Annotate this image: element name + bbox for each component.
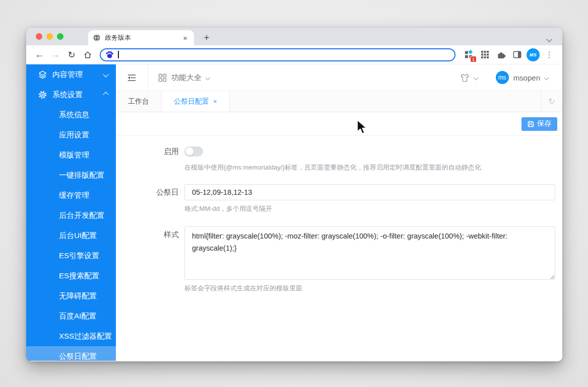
extension-badge: 1 — [470, 56, 477, 62]
form-row-memorial-day: 公祭日 格式:MM-dd，多个用逗号隔开 — [116, 184, 562, 213]
apps-grid-button[interactable] — [478, 48, 491, 61]
browser-tab-title: 政务版本 — [105, 33, 181, 42]
enable-toggle[interactable] — [184, 146, 203, 157]
sidebar: 内容管理 系统设置 系统信息 应用设置 模版管理 一键排版配置 — [26, 64, 116, 361]
sidebar-item-cache-manage[interactable]: 缓存管理 — [26, 185, 116, 205]
close-tab-icon[interactable]: × — [181, 34, 189, 42]
home-icon — [83, 50, 92, 59]
sidebar-group-content[interactable]: 内容管理 — [26, 64, 116, 85]
memorial-day-input[interactable] — [184, 184, 555, 200]
browser-menu-button[interactable]: ⋮ — [543, 48, 556, 61]
sidebar-item-es-search[interactable]: ES搜索配置 — [26, 266, 116, 286]
sidebar-item-one-click-layout[interactable]: 一键排版配置 — [26, 165, 116, 185]
admin-app: 内容管理 系统设置 系统信息 应用设置 模版管理 一键排版配置 — [26, 64, 562, 361]
workspace-tabbar: 工作台 公祭日配置 × ↻ — [116, 91, 562, 112]
text-cursor — [118, 51, 119, 58]
sidebar-item-accessibility[interactable]: 无障碍配置 — [26, 286, 116, 306]
user-avatar: ms — [496, 71, 509, 84]
toggle-knob — [185, 147, 193, 156]
sidebar-group-label: 系统设置 — [52, 90, 104, 100]
reload-button[interactable]: ↻ — [65, 48, 78, 61]
sidebar-item-es-engine[interactable]: ES引擎设置 — [26, 246, 116, 266]
sidebar-submenu: 系统信息 应用设置 模版管理 一键排版配置 缓存管理 后台开发配置 后台UI配置… — [26, 105, 116, 361]
sidebar-item-app-settings[interactable]: 应用设置 — [26, 125, 116, 145]
chevron-down-icon — [206, 75, 211, 80]
sidebar-item-baidu-ai[interactable]: 百度AI配置 — [26, 306, 116, 326]
apps-icon — [158, 73, 167, 82]
style-textarea[interactable]: html{filter: grayscale(100%); -moz-filte… — [184, 226, 555, 280]
fullscreen-window-button[interactable] — [57, 33, 63, 40]
chevron-down-icon — [473, 75, 478, 80]
chevron-down-icon — [103, 71, 108, 77]
tab-workbench[interactable]: 工作台 — [116, 91, 162, 112]
tshirt-icon — [460, 73, 470, 83]
window-controls — [36, 33, 63, 40]
browser-window: 政务版本 × + ← → ↻ — [26, 28, 562, 361]
save-label: 保存 — [537, 119, 551, 128]
minimize-window-button[interactable] — [46, 33, 53, 40]
username: msopen — [513, 73, 540, 82]
sidebar-group-system[interactable]: 系统设置 — [26, 85, 116, 105]
menu-fold-icon — [127, 74, 136, 82]
tab-search-chevron-icon[interactable] — [547, 34, 551, 43]
main-area: 功能大全 ms msopen — [116, 64, 562, 361]
chevron-up-icon — [103, 92, 108, 97]
app-menu-label: 功能大全 — [171, 73, 202, 83]
browser-tabstrip: 政务版本 × + — [26, 28, 562, 45]
layers-icon — [38, 70, 47, 80]
theme-dropdown[interactable] — [460, 73, 478, 83]
sidebar-item-template-manage[interactable]: 模版管理 — [26, 145, 116, 165]
extension-shortcut-button[interactable]: 1 — [462, 48, 475, 61]
style-label: 样式 — [116, 226, 184, 243]
app-menu-dropdown[interactable]: 功能大全 — [158, 73, 210, 83]
baidu-favicon — [105, 50, 114, 59]
user-dropdown[interactable]: ms msopen — [496, 71, 548, 84]
chevron-down-icon — [544, 75, 549, 80]
form-row-style: 样式 html{filter: grayscale(100%); -moz-fi… — [116, 226, 562, 293]
memorial-day-hint: 格式:MM-dd，多个用逗号隔开 — [184, 204, 555, 213]
browser-profile-button[interactable]: MS — [527, 48, 540, 61]
sidebar-item-memorial-day[interactable]: 公祭日配置 — [26, 346, 116, 361]
forward-button: → — [49, 48, 62, 61]
enable-label: 启用 — [116, 146, 184, 157]
tab-label: 公祭日配置 — [174, 97, 209, 106]
new-tab-button[interactable]: + — [200, 31, 214, 45]
enable-hint: 在模版中使用{@ms:memorialday/}标签，且页面需要静态化，推荐启用… — [184, 163, 555, 172]
refresh-tab-button[interactable]: ↻ — [541, 91, 562, 112]
close-tab-icon[interactable]: × — [213, 98, 217, 105]
extensions-menu-button[interactable] — [494, 48, 507, 61]
action-toolbar: 保存 — [116, 112, 562, 136]
address-bar[interactable] — [100, 48, 455, 61]
app-header: 功能大全 ms msopen — [116, 64, 562, 91]
close-window-button[interactable] — [36, 33, 42, 40]
save-button[interactable]: 保存 — [521, 117, 557, 131]
form-row-enable: 启用 在模版中使用{@ms:memorialday/}标签，且页面需要静态化，推… — [116, 146, 562, 172]
home-button[interactable] — [81, 48, 94, 61]
desktop-background: 政务版本 × + ← → ↻ — [0, 0, 588, 387]
browser-tab[interactable]: 政务版本 × — [88, 30, 194, 45]
side-panel-button[interactable] — [510, 48, 524, 61]
sidebar-group-label: 内容管理 — [52, 70, 104, 80]
tab-memorial-day-config[interactable]: 公祭日配置 × — [162, 91, 230, 112]
page-content: 保存 启用 在模版中使用{@ms:memorialday/}标签，且页面需要静态… — [116, 112, 562, 361]
toolbar-right-icons: 1 — [461, 48, 557, 61]
memorial-day-label: 公祭日 — [116, 184, 184, 200]
save-icon — [528, 121, 534, 127]
tabbar-spacer — [230, 91, 541, 112]
side-panel-icon — [512, 50, 522, 59]
apps-grid-icon — [481, 50, 489, 59]
style-hint: 标签会字段将样式生成在对应的模版里面 — [184, 284, 555, 293]
sidebar-item-xss-filter[interactable]: XSS过滤器配置 — [26, 326, 116, 346]
globe-icon — [93, 34, 100, 41]
memorial-day-form: 启用 在模版中使用{@ms:memorialday/}标签，且页面需要静态化，推… — [116, 136, 562, 293]
puzzle-icon — [496, 50, 506, 59]
browser-profile-avatar: MS — [527, 48, 540, 61]
sidebar-item-backend-ui-config[interactable]: 后台UI配置 — [26, 225, 116, 246]
back-button[interactable]: ← — [33, 48, 46, 61]
browser-toolbar: ← → ↻ — [26, 45, 562, 64]
collapse-sidebar-button[interactable] — [116, 64, 148, 91]
sidebar-item-backend-dev-config[interactable]: 后台开发配置 — [26, 205, 116, 225]
gear-icon — [38, 90, 47, 100]
sidebar-item-system-info[interactable]: 系统信息 — [26, 105, 116, 125]
